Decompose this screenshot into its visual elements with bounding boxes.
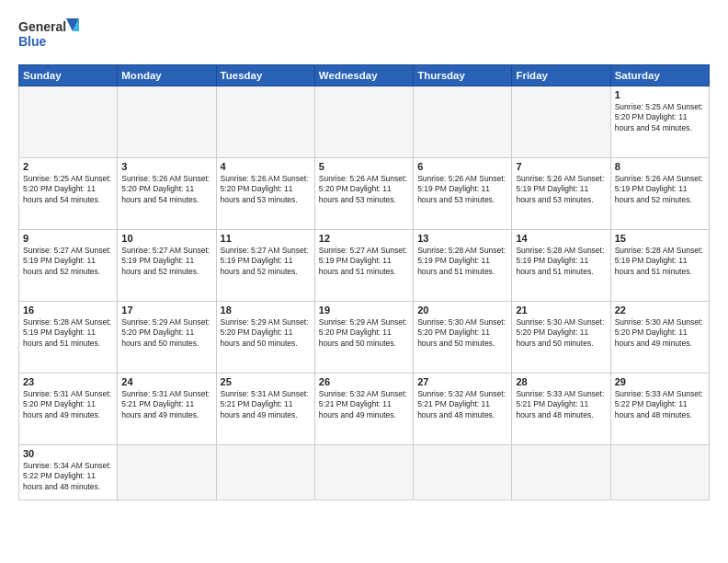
day-info: Sunrise: 5:28 AM Sunset: 5:19 PM Dayligh… xyxy=(615,246,705,277)
weekday-header-row: SundayMondayTuesdayWednesdayThursdayFrid… xyxy=(19,65,710,86)
calendar-cell: 7Sunrise: 5:26 AM Sunset: 5:19 PM Daylig… xyxy=(512,158,610,230)
calendar-cell xyxy=(414,445,512,500)
calendar-cell: 21Sunrise: 5:30 AM Sunset: 5:20 PM Dayli… xyxy=(512,302,610,373)
calendar-cell: 9Sunrise: 5:27 AM Sunset: 5:19 PM Daylig… xyxy=(19,230,118,302)
calendar-cell: 30Sunrise: 5:34 AM Sunset: 5:22 PM Dayli… xyxy=(19,445,118,500)
weekday-header-saturday: Saturday xyxy=(610,65,709,86)
day-number: 16 xyxy=(23,304,113,316)
day-info: Sunrise: 5:27 AM Sunset: 5:19 PM Dayligh… xyxy=(121,246,211,277)
day-info: Sunrise: 5:28 AM Sunset: 5:19 PM Dayligh… xyxy=(23,317,113,349)
weekday-header-tuesday: Tuesday xyxy=(216,65,314,86)
weekday-header-thursday: Thursday xyxy=(414,65,512,86)
day-number: 22 xyxy=(615,304,705,316)
calendar-cell xyxy=(512,445,610,500)
calendar-cell: 3Sunrise: 5:26 AM Sunset: 5:20 PM Daylig… xyxy=(118,158,216,230)
weekday-header-wednesday: Wednesday xyxy=(314,65,413,86)
day-number: 29 xyxy=(615,376,705,387)
day-info: Sunrise: 5:30 AM Sunset: 5:20 PM Dayligh… xyxy=(615,317,705,349)
day-number: 4 xyxy=(221,161,311,172)
day-info: Sunrise: 5:29 AM Sunset: 5:20 PM Dayligh… xyxy=(319,317,409,349)
day-number: 27 xyxy=(417,376,507,387)
day-number: 23 xyxy=(23,376,113,387)
weekday-header-sunday: Sunday xyxy=(19,65,118,86)
calendar-table: SundayMondayTuesdayWednesdayThursdayFrid… xyxy=(18,64,710,500)
day-number: 30 xyxy=(23,448,113,459)
day-info: Sunrise: 5:25 AM Sunset: 5:20 PM Dayligh… xyxy=(23,174,113,205)
day-number: 21 xyxy=(516,304,606,316)
calendar-cell: 4Sunrise: 5:26 AM Sunset: 5:20 PM Daylig… xyxy=(216,158,314,230)
day-info: Sunrise: 5:27 AM Sunset: 5:19 PM Dayligh… xyxy=(319,246,409,277)
calendar-cell: 23Sunrise: 5:31 AM Sunset: 5:20 PM Dayli… xyxy=(19,373,118,445)
weekday-header-friday: Friday xyxy=(512,65,610,86)
day-number: 8 xyxy=(615,161,705,172)
day-number: 15 xyxy=(615,233,705,244)
day-info: Sunrise: 5:30 AM Sunset: 5:20 PM Dayligh… xyxy=(516,317,606,349)
day-info: Sunrise: 5:30 AM Sunset: 5:20 PM Dayligh… xyxy=(417,317,507,349)
day-info: Sunrise: 5:26 AM Sunset: 5:20 PM Dayligh… xyxy=(319,174,409,205)
day-info: Sunrise: 5:29 AM Sunset: 5:20 PM Dayligh… xyxy=(121,317,211,349)
day-number: 19 xyxy=(319,304,409,316)
day-number: 17 xyxy=(121,304,211,316)
day-number: 26 xyxy=(319,376,409,387)
day-info: Sunrise: 5:28 AM Sunset: 5:19 PM Dayligh… xyxy=(516,246,606,277)
calendar-cell: 15Sunrise: 5:28 AM Sunset: 5:19 PM Dayli… xyxy=(610,230,709,302)
calendar-cell: 11Sunrise: 5:27 AM Sunset: 5:19 PM Dayli… xyxy=(216,230,314,302)
calendar-cell xyxy=(314,86,413,158)
calendar-cell: 27Sunrise: 5:32 AM Sunset: 5:21 PM Dayli… xyxy=(414,373,512,445)
calendar-cell: 12Sunrise: 5:27 AM Sunset: 5:19 PM Dayli… xyxy=(314,230,413,302)
day-info: Sunrise: 5:26 AM Sunset: 5:19 PM Dayligh… xyxy=(516,174,606,205)
day-number: 12 xyxy=(319,233,409,244)
calendar-cell: 6Sunrise: 5:26 AM Sunset: 5:19 PM Daylig… xyxy=(414,158,512,230)
day-info: Sunrise: 5:27 AM Sunset: 5:19 PM Dayligh… xyxy=(221,246,311,277)
day-number: 13 xyxy=(417,233,507,244)
day-number: 9 xyxy=(23,233,113,244)
svg-text:General: General xyxy=(18,19,66,34)
day-info: Sunrise: 5:32 AM Sunset: 5:21 PM Dayligh… xyxy=(417,389,507,420)
calendar-cell: 19Sunrise: 5:29 AM Sunset: 5:20 PM Dayli… xyxy=(314,302,413,373)
day-info: Sunrise: 5:31 AM Sunset: 5:21 PM Dayligh… xyxy=(221,389,311,420)
day-info: Sunrise: 5:31 AM Sunset: 5:20 PM Dayligh… xyxy=(23,389,113,420)
calendar-cell xyxy=(216,86,314,158)
day-number: 11 xyxy=(221,233,311,244)
day-info: Sunrise: 5:25 AM Sunset: 5:20 PM Dayligh… xyxy=(615,102,705,133)
day-number: 1 xyxy=(615,89,705,100)
day-info: Sunrise: 5:26 AM Sunset: 5:20 PM Dayligh… xyxy=(221,174,311,205)
day-info: Sunrise: 5:28 AM Sunset: 5:19 PM Dayligh… xyxy=(417,246,507,277)
day-info: Sunrise: 5:32 AM Sunset: 5:21 PM Dayligh… xyxy=(319,389,409,420)
day-info: Sunrise: 5:26 AM Sunset: 5:19 PM Dayligh… xyxy=(417,174,507,205)
calendar-cell: 25Sunrise: 5:31 AM Sunset: 5:21 PM Dayli… xyxy=(216,373,314,445)
calendar-cell: 26Sunrise: 5:32 AM Sunset: 5:21 PM Dayli… xyxy=(314,373,413,445)
svg-text:Blue: Blue xyxy=(18,34,47,49)
day-number: 5 xyxy=(319,161,409,172)
day-number: 18 xyxy=(221,304,311,316)
calendar-cell: 2Sunrise: 5:25 AM Sunset: 5:20 PM Daylig… xyxy=(19,158,118,230)
day-number: 10 xyxy=(121,233,211,244)
calendar-cell xyxy=(118,86,216,158)
calendar-cell: 17Sunrise: 5:29 AM Sunset: 5:20 PM Dayli… xyxy=(118,302,216,373)
day-info: Sunrise: 5:26 AM Sunset: 5:19 PM Dayligh… xyxy=(615,174,705,205)
day-number: 25 xyxy=(221,376,311,387)
day-number: 2 xyxy=(23,161,113,172)
day-info: Sunrise: 5:34 AM Sunset: 5:22 PM Dayligh… xyxy=(23,461,113,492)
calendar-cell: 13Sunrise: 5:28 AM Sunset: 5:19 PM Dayli… xyxy=(414,230,512,302)
day-info: Sunrise: 5:33 AM Sunset: 5:21 PM Dayligh… xyxy=(516,389,606,420)
day-info: Sunrise: 5:27 AM Sunset: 5:19 PM Dayligh… xyxy=(23,246,113,277)
day-info: Sunrise: 5:26 AM Sunset: 5:20 PM Dayligh… xyxy=(121,174,211,205)
logo-area: GeneralBlue xyxy=(18,15,83,55)
calendar-cell xyxy=(610,445,709,500)
day-info: Sunrise: 5:31 AM Sunset: 5:21 PM Dayligh… xyxy=(121,389,211,420)
page: GeneralBlue SundayMondayTuesdayWednesday… xyxy=(0,0,728,510)
calendar-cell: 24Sunrise: 5:31 AM Sunset: 5:21 PM Dayli… xyxy=(118,373,216,445)
calendar-cell xyxy=(19,86,118,158)
calendar-cell xyxy=(314,445,413,500)
calendar-cell: 10Sunrise: 5:27 AM Sunset: 5:19 PM Dayli… xyxy=(118,230,216,302)
calendar-cell xyxy=(414,86,512,158)
day-number: 20 xyxy=(417,304,507,316)
calendar-cell: 5Sunrise: 5:26 AM Sunset: 5:20 PM Daylig… xyxy=(314,158,413,230)
calendar-cell xyxy=(216,445,314,500)
calendar-cell: 28Sunrise: 5:33 AM Sunset: 5:21 PM Dayli… xyxy=(512,373,610,445)
calendar-cell: 22Sunrise: 5:30 AM Sunset: 5:20 PM Dayli… xyxy=(610,302,709,373)
day-info: Sunrise: 5:29 AM Sunset: 5:20 PM Dayligh… xyxy=(221,317,311,349)
calendar-cell xyxy=(512,86,610,158)
day-number: 28 xyxy=(516,376,606,387)
